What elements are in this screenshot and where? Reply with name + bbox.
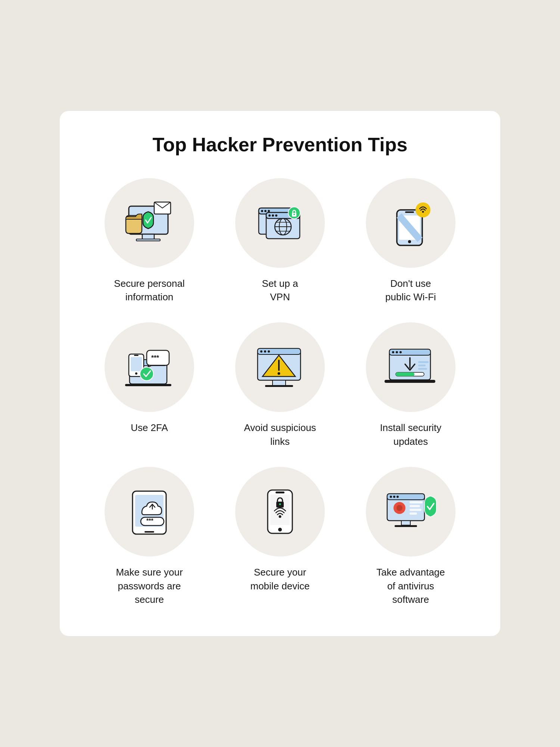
svg-point-11: [268, 214, 271, 217]
svg-rect-35: [125, 384, 171, 386]
main-card: Top Hacker Prevention Tips: [60, 111, 500, 636]
security-updates-icon: [383, 341, 439, 393]
svg-rect-64: [418, 365, 426, 366]
svg-point-76: [279, 515, 281, 518]
tip-install-security-updates: Install securityupdates: [351, 322, 470, 448]
tip-icon-circle-2: [235, 178, 325, 268]
svg-point-83: [396, 496, 399, 498]
svg-rect-90: [410, 509, 421, 511]
svg-rect-63: [418, 361, 429, 363]
tip-label-2: Set up aVPN: [262, 277, 298, 304]
secure-info-icon: [121, 197, 177, 249]
svg-point-81: [390, 496, 392, 498]
tip-icon-circle-3: [366, 178, 455, 268]
svg-point-56: [392, 351, 394, 353]
svg-rect-2: [136, 239, 160, 241]
svg-point-43: [140, 367, 153, 381]
svg-text:***: ***: [151, 354, 159, 362]
tip-label-9: Take advantageof antivirussoftware: [376, 565, 445, 606]
page-title: Top Hacker Prevention Tips: [90, 133, 470, 156]
tip-icon-circle-1: [105, 178, 194, 268]
svg-rect-27: [405, 211, 414, 213]
tip-antivirus: Take advantageof antivirussoftware: [351, 467, 470, 606]
svg-point-74: [278, 528, 282, 531]
tip-icon-circle-8: [235, 467, 325, 557]
tip-secure-mobile: Secure yourmobile device: [220, 467, 340, 606]
tip-label-7: Make sure yourpasswords aresecure: [116, 565, 183, 606]
svg-point-21: [293, 214, 295, 215]
svg-rect-73: [270, 495, 290, 525]
svg-text:***: ***: [146, 518, 153, 524]
svg-rect-50: [265, 385, 293, 387]
svg-rect-88: [410, 501, 423, 503]
svg-point-58: [399, 351, 402, 353]
svg-rect-68: [144, 531, 154, 533]
svg-point-47: [264, 350, 266, 353]
tip-icon-circle-9: [366, 467, 455, 557]
tip-label-1: Secure personalinformation: [114, 277, 184, 304]
tip-secure-passwords: *** Make sure yourpasswords aresecure: [90, 467, 209, 606]
svg-point-7: [264, 210, 267, 212]
svg-point-12: [272, 214, 274, 217]
svg-rect-39: [134, 355, 139, 356]
svg-rect-49: [273, 380, 286, 385]
svg-rect-89: [410, 505, 420, 507]
passwords-icon: ***: [121, 486, 177, 538]
svg-point-26: [408, 240, 411, 243]
suspicious-links-icon: [252, 341, 308, 393]
svg-point-13: [275, 214, 277, 217]
tip-set-up-vpn: Set up aVPN: [220, 178, 340, 304]
svg-point-6: [261, 210, 263, 212]
tip-label-6: Install securityupdates: [380, 421, 442, 448]
tip-label-4: Use 2FA: [131, 421, 168, 434]
tip-avoid-suspicious-links: Avoid suspiciouslinks: [220, 322, 340, 448]
svg-rect-59: [385, 380, 435, 383]
no-wifi-icon: [383, 197, 439, 249]
svg-point-53: [278, 372, 280, 375]
svg-rect-75: [276, 492, 284, 493]
svg-rect-91: [410, 512, 417, 515]
tip-icon-circle-6: [366, 322, 455, 412]
tip-secure-personal-info: Secure personalinformation: [90, 178, 209, 304]
tip-label-3: Don't usepublic Wi-Fi: [385, 277, 436, 304]
tip-icon-circle-7: ***: [105, 467, 194, 557]
svg-rect-1: [142, 234, 154, 239]
tip-icon-circle-5: [235, 322, 325, 412]
svg-point-29: [422, 211, 424, 213]
mobile-security-icon: [252, 486, 308, 538]
svg-point-82: [393, 496, 395, 498]
svg-point-87: [396, 505, 402, 511]
svg-point-28: [416, 202, 430, 217]
svg-rect-80: [387, 494, 424, 500]
tip-no-public-wifi: Don't usepublic Wi-Fi: [351, 178, 470, 304]
vpn-icon: [252, 197, 308, 249]
tip-use-2fa: *** Use 2FA: [90, 322, 209, 448]
antivirus-icon: [383, 486, 439, 538]
svg-rect-84: [401, 521, 410, 525]
svg-point-8: [268, 210, 270, 212]
svg-rect-65: [418, 368, 427, 370]
2fa-icon: ***: [121, 341, 177, 393]
svg-point-78: [279, 503, 281, 505]
tips-grid: Secure personalinformation: [90, 178, 470, 607]
svg-point-46: [260, 350, 262, 353]
svg-rect-85: [395, 525, 417, 527]
svg-point-57: [396, 351, 398, 353]
svg-point-38: [135, 372, 137, 375]
svg-point-48: [268, 350, 270, 353]
tip-icon-circle-4: ***: [105, 322, 194, 412]
tip-label-8: Secure yourmobile device: [251, 565, 310, 593]
svg-rect-55: [389, 349, 430, 355]
tip-label-5: Avoid suspiciouslinks: [244, 421, 316, 448]
svg-rect-37: [131, 357, 142, 371]
svg-rect-62: [396, 372, 414, 376]
